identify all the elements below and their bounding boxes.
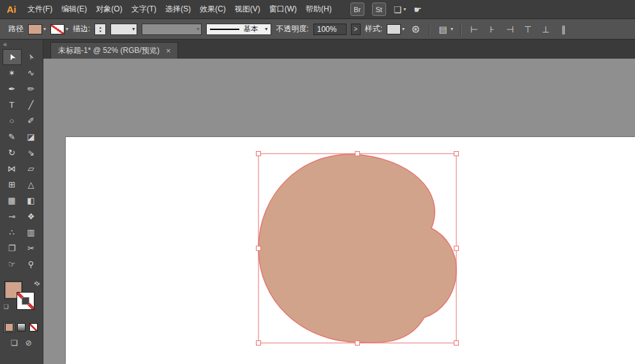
fill-swatch[interactable] [28, 24, 42, 34]
stroke-well[interactable] [17, 292, 34, 310]
menu-window[interactable]: 窗口(W) [265, 0, 301, 18]
align-horizontal-center-icon[interactable]: ⊦ [486, 24, 498, 34]
scale-tool[interactable]: ⇘ [22, 145, 41, 161]
separator [460, 23, 461, 36]
symbol-sprayer-tool[interactable]: ∴ [3, 224, 22, 240]
menubar: Ai 文件(F)编辑(E)对象(O)文字(T)选择(S)效果(C)视图(V)窗口… [0, 0, 635, 19]
mesh-tool[interactable]: ▦ [3, 193, 22, 208]
pen-tool[interactable]: ✒ [3, 81, 22, 97]
menu-view[interactable]: 视图(V) [230, 0, 265, 18]
chevron-down-icon: ▾ [43, 26, 46, 32]
menu-effect[interactable]: 效果(C) [195, 0, 230, 18]
menu-type[interactable]: 文字(T) [127, 0, 161, 18]
arrange-control[interactable]: ▤ ▾ [437, 24, 453, 34]
screen-mode-icon[interactable]: ⊘ [26, 339, 32, 347]
zoom-tool[interactable]: ⚲ [22, 256, 41, 272]
stroke-weight-dropdown[interactable]: ▾ [110, 24, 137, 35]
rotate-tool[interactable]: ↻ [3, 145, 22, 161]
artboard-tool[interactable]: ❐ [3, 240, 22, 256]
workspace-icon: ❏ [394, 4, 402, 15]
menu-help[interactable]: 帮助(H) [301, 0, 336, 18]
align-horizontal-left-icon[interactable]: ⊢ [468, 24, 481, 34]
color-mode-mini [5, 323, 13, 331]
opacity-label: 不透明度: [276, 24, 308, 34]
control-bar: 路径 ▾ ▾ 描边: ▴ ▾ ▾ ▾ 基本 ▾ 不透明度: 100% > 样式:… [0, 19, 635, 40]
color-button[interactable] [3, 322, 15, 333]
panel-collapse-button[interactable]: « [0, 40, 43, 49]
eyedropper-tool[interactable]: ⊸ [3, 208, 22, 224]
distribute-horizontal-icon[interactable]: ∥ [557, 24, 570, 34]
stroke-color-control[interactable]: ▾ [50, 24, 68, 34]
appearance-buttons [0, 322, 43, 333]
draw-mode-icon[interactable]: ❏ [11, 339, 18, 347]
graphic-style-dropdown[interactable]: ▾ [387, 24, 405, 34]
chevron-down-icon: ▾ [451, 26, 453, 32]
align-group: ⊢⊦⊣⊤⊥∥ [468, 24, 570, 34]
perspective-grid-tool[interactable]: △ [22, 177, 41, 193]
hand-tool[interactable]: ☞ [3, 256, 22, 272]
selection-overlay [43, 59, 635, 364]
selection-handle[interactable] [454, 246, 459, 251]
selection-handle[interactable] [355, 152, 360, 156]
pencil-tool[interactable]: ✎ [3, 129, 22, 145]
none-mode-mini [29, 323, 38, 331]
align-vertical-bottom-icon[interactable]: ⊥ [539, 24, 552, 34]
brush-definition-dropdown[interactable]: ▾ [142, 24, 202, 35]
gradient-tool[interactable]: ◧ [22, 193, 41, 208]
stroke-swatch[interactable] [50, 24, 64, 34]
magic-wand-tool[interactable]: ✶ [3, 65, 22, 81]
graphic-style-swatch [387, 24, 401, 34]
align-vertical-top-icon[interactable]: ⊤ [521, 24, 534, 34]
slice-tool[interactable]: ✂ [22, 240, 41, 256]
opacity-expander-button[interactable]: > [351, 24, 361, 35]
none-button[interactable] [27, 322, 40, 333]
selection-handle[interactable] [257, 341, 261, 346]
selection-handle[interactable] [355, 341, 360, 346]
curvature-tool[interactable]: ✏ [22, 81, 41, 97]
chevron-down-icon: ▾ [132, 26, 135, 32]
selection-handle[interactable] [257, 246, 261, 251]
gradient-button[interactable] [15, 322, 27, 333]
menu-select[interactable]: 选择(S) [161, 0, 195, 18]
stroke-style-control[interactable]: 基本 ▾ [206, 24, 271, 35]
paintbrush-tool[interactable]: ✐ [22, 113, 41, 129]
width-tool[interactable]: ⋈ [3, 161, 22, 177]
chevron-down-icon: ▾ [265, 26, 267, 32]
selection-handle[interactable] [257, 152, 261, 156]
ellipse-tool[interactable]: ○ [3, 113, 22, 129]
stock-button[interactable]: St [372, 3, 386, 16]
chevron-down-icon: ▾ [403, 6, 406, 12]
workspace-switcher[interactable]: ❏ ▾ [394, 4, 407, 15]
selection-handle[interactable] [454, 152, 459, 156]
context-label: 路径 [8, 24, 24, 34]
align-horizontal-right-icon[interactable]: ⊣ [504, 24, 516, 34]
default-fill-stroke-icon[interactable]: ❏ [4, 303, 9, 310]
blend-tool[interactable]: ❖ [22, 208, 41, 224]
lasso-tool[interactable]: ∿ [22, 65, 41, 81]
menu-file[interactable]: 文件(F) [23, 0, 57, 18]
type-tool[interactable]: T [3, 97, 22, 113]
direct-selection-tool[interactable]: ➢ [22, 49, 41, 65]
menu-object[interactable]: 对象(O) [91, 0, 126, 18]
menu-edit[interactable]: 编辑(E) [57, 0, 91, 18]
swap-fill-stroke-icon[interactable]: ⇄ [33, 279, 41, 288]
eraser-tool[interactable]: ◪ [22, 129, 41, 145]
column-graph-tool[interactable]: ▥ [22, 224, 41, 240]
close-icon[interactable]: × [166, 47, 171, 55]
recolor-artwork-icon[interactable]: ⊛ [409, 23, 422, 35]
stroke-weight-stepper[interactable]: ▴ ▾ [94, 24, 106, 35]
bridge-button[interactable]: Br [350, 3, 364, 16]
free-transform-tool[interactable]: ▱ [22, 161, 41, 177]
shape-builder-tool[interactable]: ⊞ [3, 177, 22, 193]
opacity-input[interactable]: 100% [313, 24, 347, 35]
document-tab[interactable]: 未标题-1* @ 52% (RGB/预览) × [50, 42, 178, 59]
style-label: 样式: [365, 24, 382, 34]
separator [429, 23, 430, 36]
blob-shape[interactable] [258, 154, 456, 342]
touch-hand-icon[interactable]: ☛ [414, 4, 422, 15]
selection-tool[interactable]: ➤ [3, 49, 22, 65]
fill-color-control[interactable]: ▾ [28, 24, 46, 34]
spinner-down-icon[interactable]: ▾ [100, 29, 101, 33]
selection-handle[interactable] [454, 341, 459, 346]
line-segment-tool[interactable]: ╱ [22, 97, 41, 113]
